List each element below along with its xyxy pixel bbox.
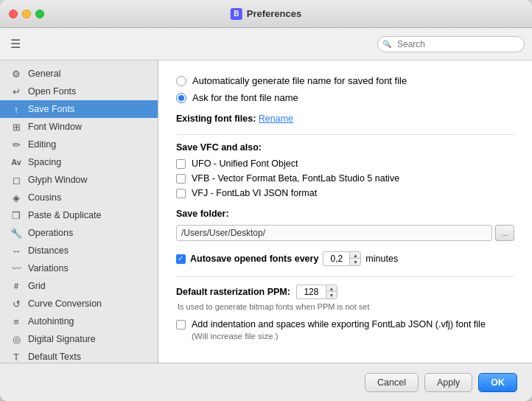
sidebar-item-glyph-window[interactable]: ◻ Glyph Window [0, 171, 158, 189]
cancel-button[interactable]: Cancel [365, 373, 419, 392]
rename-link[interactable]: Rename [259, 114, 293, 124]
save-vfc-header: Save VFC and also: [176, 142, 514, 153]
maximize-button[interactable] [35, 10, 44, 18]
autosave-stepper: ▲ ▼ [349, 251, 361, 266]
radio-group-filename: Automatically generate file name for sav… [176, 75, 514, 103]
menu-icon[interactable]: ☰ [7, 34, 24, 54]
dpi-input-wrapper: ▲ ▼ [296, 285, 337, 299]
autosave-input-wrapper: ▲ ▼ [323, 251, 361, 266]
sidebar-item-default-texts[interactable]: T Default Texts [0, 348, 158, 363]
font-window-icon: ⊞ [10, 122, 22, 133]
sidebar-item-autohinting[interactable]: ≡ Autohinting [0, 313, 158, 330]
indent-row: Add indentation and spaces while exporti… [176, 318, 514, 341]
main-area: ⚙ General ↵ Open Fonts ↑ Save Fonts ⊞ Fo… [0, 60, 532, 363]
dpi-section: Default rasterization PPM: ▲ ▼ Is used t… [176, 285, 514, 311]
sidebar-item-paste-duplicate[interactable]: ❐ Paste & Duplicate [0, 206, 158, 224]
checkbox-item-vfj[interactable]: VFJ - FontLab VI JSON format [176, 188, 514, 198]
spacing-icon: Av [10, 158, 22, 167]
radio-item-auto[interactable]: Automatically generate file name for sav… [176, 75, 514, 86]
checkbox-autosave[interactable] [176, 254, 186, 264]
checkbox-item-vfb[interactable]: VFB - Vector Format Beta, FontLab Studio… [176, 173, 514, 184]
folder-browse-button[interactable]: ... [495, 225, 514, 241]
checkbox-indent[interactable] [176, 320, 186, 329]
save-folder-section: Save folder: ... [176, 209, 514, 241]
sidebar-item-general[interactable]: ⚙ General [0, 65, 158, 83]
app-icon: B [231, 8, 242, 20]
sidebar-item-save-fonts[interactable]: ↑ Save Fonts [0, 100, 158, 118]
close-button[interactable] [9, 10, 18, 18]
search-wrapper [377, 36, 525, 52]
paste-icon: ❐ [10, 210, 22, 221]
sidebar-item-editing[interactable]: ✏ Editing [0, 136, 158, 153]
sidebar-item-digital-signature[interactable]: ◎ Digital Signature [0, 330, 158, 348]
grid-icon: # [10, 282, 22, 290]
autosave-row: Autosave opened fonts every ▲ ▼ minutes [176, 251, 514, 266]
sidebar-item-operations[interactable]: 🔧 Operations [0, 224, 158, 242]
sidebar-item-grid[interactable]: # Grid [0, 277, 158, 295]
toolbar: ☰ [0, 28, 532, 60]
autohinting-icon: ≡ [10, 316, 22, 327]
glyph-window-icon: ◻ [10, 175, 22, 186]
sidebar-item-cousins[interactable]: ◈ Cousins [0, 189, 158, 206]
sidebar-item-variations[interactable]: 〰 Variations [0, 259, 158, 277]
save-folder-header: Save folder: [176, 209, 514, 219]
dpi-decrement[interactable]: ▼ [326, 292, 337, 299]
dpi-stepper: ▲ ▼ [326, 285, 337, 299]
save-vfc-section: Save VFC and also: UFO - Unified Font Ob… [176, 142, 514, 198]
open-fonts-icon: ↵ [10, 86, 22, 97]
divider-1 [176, 134, 514, 135]
digital-signature-icon: ◎ [10, 334, 22, 345]
folder-path-input[interactable] [176, 225, 492, 241]
radio-ask[interactable] [176, 93, 186, 103]
sidebar-item-font-window[interactable]: ⊞ Font Window [0, 118, 158, 136]
titlebar: B Preferences [0, 0, 532, 28]
sidebar-item-curve-conversion[interactable]: ↺ Curve Conversion [0, 295, 158, 313]
radio-auto[interactable] [176, 76, 186, 86]
minimize-button[interactable] [22, 10, 31, 18]
indent-text-wrapper: Add indentation and spaces while exporti… [192, 318, 486, 341]
sidebar-item-open-fonts[interactable]: ↵ Open Fonts [0, 83, 158, 100]
search-input[interactable] [377, 36, 525, 52]
dpi-value-input[interactable] [296, 285, 326, 299]
curve-conversion-icon: ↺ [10, 299, 22, 310]
window-title: B Preferences [231, 8, 301, 20]
dpi-row: Default rasterization PPM: ▲ ▼ [176, 285, 514, 299]
existing-files-row: Existing font files: Rename [176, 114, 514, 124]
checkbox-item-ufo[interactable]: UFO - Unified Font Object [176, 158, 514, 169]
checkbox-vfj[interactable] [176, 189, 186, 198]
distances-icon: ↔ [10, 245, 22, 257]
variations-icon: 〰 [10, 263, 22, 274]
cousins-icon: ◈ [10, 192, 22, 203]
autosave-value-input[interactable] [323, 251, 349, 266]
checkbox-ufo[interactable] [176, 159, 186, 169]
dpi-hint: Is used to generate bitmap fonts when PP… [178, 302, 514, 311]
checkbox-vfb[interactable] [176, 174, 186, 184]
save-vfc-checkboxes: UFO - Unified Font Object VFB - Vector F… [176, 158, 514, 198]
dpi-increment[interactable]: ▲ [326, 285, 337, 292]
autosave-increment[interactable]: ▲ [350, 252, 360, 259]
save-fonts-icon: ↑ [10, 104, 22, 115]
ok-button[interactable]: OK [478, 373, 517, 392]
content-panel: Automatically generate file name for sav… [158, 60, 532, 363]
sidebar-item-spacing[interactable]: Av Spacing [0, 153, 158, 171]
operations-icon: 🔧 [10, 228, 22, 239]
divider-2 [176, 276, 514, 277]
sidebar-item-distances[interactable]: ↔ Distances [0, 242, 158, 259]
editing-icon: ✏ [10, 139, 22, 150]
autosave-decrement[interactable]: ▼ [350, 259, 360, 265]
folder-row: ... [176, 225, 514, 241]
traffic-lights [9, 10, 44, 18]
footer: Cancel Apply OK [0, 363, 532, 401]
default-texts-icon: T [10, 352, 22, 363]
sidebar: ⚙ General ↵ Open Fonts ↑ Save Fonts ⊞ Fo… [0, 60, 158, 363]
radio-item-ask[interactable]: Ask for the font file name [176, 92, 514, 103]
apply-button[interactable]: Apply [424, 373, 472, 392]
general-icon: ⚙ [10, 69, 22, 80]
preferences-window: B Preferences ☰ ⚙ General ↵ Open Fonts ↑… [0, 0, 532, 401]
